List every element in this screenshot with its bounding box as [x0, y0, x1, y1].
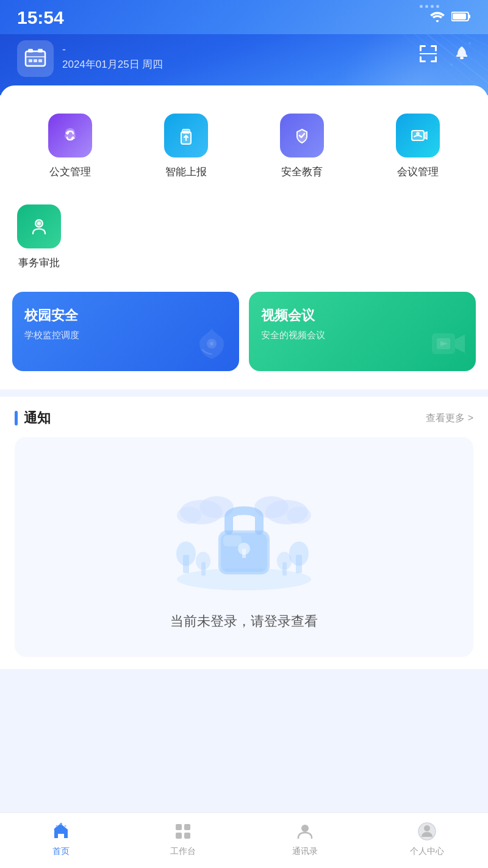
menu-item-meeting[interactable]: 会议管理: [360, 104, 476, 189]
status-bar: 15:54: [0, 0, 488, 34]
menu-item-report[interactable]: 智能上报: [128, 104, 244, 189]
svg-rect-67: [184, 833, 190, 839]
svg-rect-29: [460, 57, 464, 59]
svg-rect-25: [420, 56, 422, 62]
svg-point-56: [287, 507, 311, 524]
bottom-nav: 首页 工作台 通讯录: [0, 812, 488, 868]
notice-section-header: 通知 查看更多 >: [15, 409, 473, 427]
svg-rect-18: [34, 59, 37, 62]
notice-empty-text: 当前未登录，请登录查看: [170, 612, 318, 631]
feature-card-campus-safety[interactable]: 校园安全 学校监控调度: [12, 292, 239, 371]
svg-rect-60: [223, 535, 242, 546]
svg-point-70: [424, 825, 430, 831]
svg-point-33: [416, 132, 420, 136]
main-content: 公文管理 智能上报: [0, 85, 488, 730]
meeting-icon: [396, 114, 440, 157]
home-nav-icon: [50, 820, 72, 842]
svg-rect-1: [468, 15, 470, 18]
report-icon: [164, 114, 208, 157]
workbench-nav-icon: [172, 820, 194, 842]
header-info: - 2024年01月25日 周四: [62, 40, 163, 71]
section-bar: [15, 411, 18, 425]
menu-grid-row1: 公文管理 智能上报: [12, 104, 476, 189]
menu-item-safety-edu[interactable]: 安全教育: [244, 104, 360, 189]
svg-rect-2: [453, 13, 466, 20]
notice-more-btn[interactable]: 查看更多 >: [426, 412, 473, 425]
nav-item-profile[interactable]: 个人中心: [366, 820, 488, 857]
svg-point-61: [60, 823, 62, 825]
feature-cards: 校园安全 学校监控调度 视频会议 安全的视频会议: [12, 280, 476, 377]
approval-icon: [17, 204, 61, 248]
documents-icon: [48, 114, 92, 157]
status-time: 15:54: [17, 7, 64, 28]
svg-rect-31: [182, 129, 190, 133]
svg-point-37: [210, 342, 214, 345]
battery-icon: [451, 11, 471, 25]
svg-rect-14: [28, 49, 33, 52]
svg-point-50: [277, 552, 292, 570]
header-right: [418, 40, 471, 68]
wifi-icon: [429, 10, 445, 26]
nav-item-workbench[interactable]: 工作台: [122, 820, 244, 857]
svg-point-35: [37, 222, 41, 225]
app-logo: [17, 40, 54, 77]
svg-point-62: [56, 825, 58, 827]
svg-rect-27: [435, 56, 437, 62]
menu-label-safety-edu: 安全教育: [281, 165, 323, 179]
menu-label-approval: 事务审批: [18, 256, 60, 270]
svg-rect-17: [29, 59, 32, 62]
safety-edu-icon: [280, 114, 324, 157]
svg-marker-39: [455, 335, 465, 353]
header-dash: -: [62, 44, 163, 55]
signal-dots: [420, 5, 439, 8]
nav-label-contacts: 通讯录: [292, 846, 318, 857]
nav-item-home[interactable]: 首页: [0, 820, 122, 857]
status-icons: [429, 10, 471, 26]
svg-rect-65: [184, 824, 190, 830]
menu-label-report: 智能上报: [165, 165, 207, 179]
campus-safety-bg-icon: [190, 322, 233, 365]
nav-label-home: 首页: [52, 846, 70, 857]
menu-item-approval[interactable]: 事务审批: [12, 195, 66, 280]
svg-point-68: [301, 825, 309, 832]
menu-card: 公文管理 智能上报: [0, 85, 488, 389]
menu-label-documents: 公文管理: [49, 165, 91, 179]
svg-point-46: [289, 541, 309, 566]
bell-icon[interactable]: [453, 45, 471, 67]
svg-point-48: [196, 552, 210, 570]
profile-nav-icon: [416, 820, 438, 842]
svg-point-44: [176, 541, 196, 566]
scan-icon[interactable]: [418, 44, 438, 68]
video-meeting-bg-icon: [427, 322, 470, 365]
svg-rect-21: [420, 45, 422, 51]
notice-section: 通知 查看更多 >: [0, 397, 488, 669]
svg-rect-19: [38, 59, 42, 62]
header-top: - 2024年01月25日 周四: [17, 40, 471, 77]
svg-rect-23: [435, 45, 437, 51]
svg-rect-15: [38, 49, 43, 52]
svg-point-53: [177, 507, 201, 524]
menu-label-meeting: 会议管理: [397, 165, 439, 179]
nav-label-profile: 个人中心: [410, 846, 444, 857]
nav-label-workbench: 工作台: [170, 846, 196, 857]
svg-rect-66: [176, 833, 182, 839]
header-left: - 2024年01月25日 周四: [17, 40, 163, 77]
svg-point-63: [65, 825, 66, 827]
notice-title-wrap: 通知: [15, 409, 51, 427]
nav-item-contacts[interactable]: 通讯录: [244, 820, 366, 857]
notice-empty-card: 当前未登录，请登录查看: [15, 437, 473, 657]
menu-item-documents[interactable]: 公文管理: [12, 104, 128, 189]
svg-rect-13: [26, 51, 45, 66]
contacts-nav-icon: [294, 820, 316, 842]
header-date: 2024年01月25日 周四: [62, 57, 163, 71]
feature-card-video-meeting[interactable]: 视频会议 安全的视频会议: [249, 292, 476, 371]
svg-rect-64: [176, 824, 182, 830]
notice-title: 通知: [24, 409, 51, 427]
menu-grid-row2: 事务审批: [12, 195, 476, 280]
